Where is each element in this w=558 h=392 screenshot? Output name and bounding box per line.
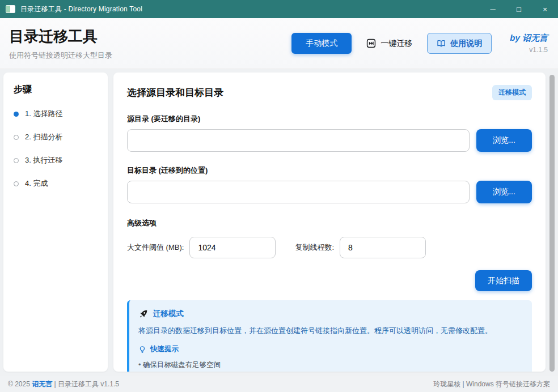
footer-app-info: | 目录迁移工具 v1.1.5: [52, 380, 119, 388]
titlebar: 目录迁移工具 - Directory Migration Tool ─ □ ×: [0, 0, 558, 18]
fast-forward-icon: [366, 39, 376, 48]
one-click-migrate-button[interactable]: 一键迁移: [366, 39, 412, 49]
vertical-scrollbar[interactable]: [549, 75, 555, 372]
target-dir-row: 浏览...: [127, 181, 532, 203]
version-label: v1.1.5: [510, 46, 548, 54]
maximize-button[interactable]: □: [506, 0, 532, 18]
threshold-input[interactable]: [189, 237, 276, 258]
step-item-finish[interactable]: 4. 完成: [14, 178, 98, 189]
header-title-block: 目录迁移工具 使用符号链接透明迁移大型目录: [9, 27, 112, 61]
target-dir-label: 目标目录 (迁移到的位置): [127, 165, 532, 176]
footer-copyright: © 2025: [8, 380, 32, 388]
step-label: 4. 完成: [25, 178, 48, 189]
start-scan-button[interactable]: 开始扫描: [475, 270, 532, 291]
section-heading: 选择源目录和目标目录: [127, 86, 223, 99]
rocket-icon: [138, 309, 148, 319]
quick-tips-title: 快速提示: [150, 344, 179, 354]
threads-input[interactable]: [340, 237, 426, 258]
window-controls: ─ □ ×: [480, 0, 558, 18]
author-block: by 诏无言 v1.1.5: [510, 33, 548, 54]
app-body: 步骤 1. 选择路径 2. 扫描分析 3. 执行迁移 4. 完成 选择源目录和目…: [0, 69, 558, 376]
step-label: 2. 扫描分析: [25, 132, 62, 142]
quick-tips-title-row: 快速提示: [138, 344, 523, 354]
threads-label: 复制线程数:: [295, 242, 334, 253]
source-dir-label: 源目录 (要迁移的目录): [127, 114, 532, 124]
migration-mode-info-box: 迁移模式 将源目录的数据迁移到目标位置，并在源位置创建符号链接指向新位置。程序可…: [127, 300, 532, 372]
steps-title: 步骤: [14, 84, 98, 96]
window-title: 目录迁移工具 - Directory Migration Tool: [20, 5, 142, 14]
source-dir-input[interactable]: [127, 129, 470, 152]
help-button[interactable]: 使用说明: [427, 33, 492, 54]
app-header: 目录迁移工具 使用符号链接透明迁移大型目录 手动模式 一键迁移 使用说明 by …: [0, 18, 558, 69]
footer-right: 玲珑星核 | Windows 符号链接迁移方案: [433, 380, 550, 389]
step-dot-idle: [14, 158, 19, 163]
scan-button-row: 开始扫描: [127, 270, 532, 291]
author-credit: by 诏无言: [510, 33, 548, 44]
app-icon: [6, 5, 15, 13]
footer-author: 诏无言: [32, 380, 52, 388]
footer-left: © 2025 诏无言 | 目录迁移工具 v1.1.5: [8, 380, 119, 389]
target-dir-input[interactable]: [127, 181, 470, 203]
source-dir-row: 浏览...: [127, 129, 532, 152]
step-label: 3. 执行迁移: [25, 155, 62, 165]
header-actions: 手动模式 一键迁移 使用说明 by 诏无言 v1.1.5: [291, 33, 548, 54]
steps-sidebar: 步骤 1. 选择路径 2. 扫描分析 3. 执行迁移 4. 完成: [3, 73, 108, 372]
threshold-label: 大文件阈值 (MB):: [127, 242, 184, 253]
status-footer: © 2025 诏无言 | 目录迁移工具 v1.1.5 玲珑星核 | Window…: [0, 376, 558, 392]
quick-tips-list: 确保目标磁盘有足够空间 建议关闭正在使用该目录的程序 迁移前会自动创建备份，失败…: [138, 359, 523, 372]
step-dot-idle: [14, 135, 19, 140]
main-panel-header: 选择源目录和目标目录 迁移模式: [127, 85, 532, 100]
close-button[interactable]: ×: [532, 0, 558, 18]
source-browse-button[interactable]: 浏览...: [476, 129, 532, 152]
page-title: 目录迁移工具: [9, 27, 112, 46]
advanced-options-row: 大文件阈值 (MB): 复制线程数:: [127, 237, 532, 258]
main-panel: 选择源目录和目标目录 迁移模式 源目录 (要迁移的目录) 浏览... 目标目录 …: [113, 73, 546, 372]
step-item-select-path[interactable]: 1. 选择路径: [14, 109, 98, 119]
minimize-button[interactable]: ─: [480, 0, 506, 18]
step-item-scan-analyze[interactable]: 2. 扫描分析: [14, 132, 98, 142]
info-box-title-row: 迁移模式: [138, 309, 523, 319]
book-icon: [437, 39, 446, 48]
info-box-title: 迁移模式: [153, 309, 184, 319]
step-label: 1. 选择路径: [25, 109, 62, 119]
tip-item: 确保目标磁盘有足够空间: [138, 359, 523, 372]
lightbulb-icon: [138, 346, 146, 353]
step-dot-active: [14, 112, 19, 117]
page-subtitle: 使用符号链接透明迁移大型目录: [9, 50, 112, 61]
mode-badge: 迁移模式: [492, 85, 532, 100]
one-click-migrate-label: 一键迁移: [381, 39, 412, 49]
help-button-label: 使用说明: [450, 39, 482, 49]
target-browse-button[interactable]: 浏览...: [476, 181, 532, 203]
info-box-description: 将源目录的数据迁移到目标位置，并在源位置创建符号链接指向新位置。程序可以透明访问…: [138, 325, 523, 336]
step-item-execute-migrate[interactable]: 3. 执行迁移: [14, 155, 98, 165]
step-dot-idle: [14, 181, 19, 186]
manual-mode-button[interactable]: 手动模式: [291, 33, 352, 54]
advanced-options-title: 高级选项: [127, 218, 532, 228]
